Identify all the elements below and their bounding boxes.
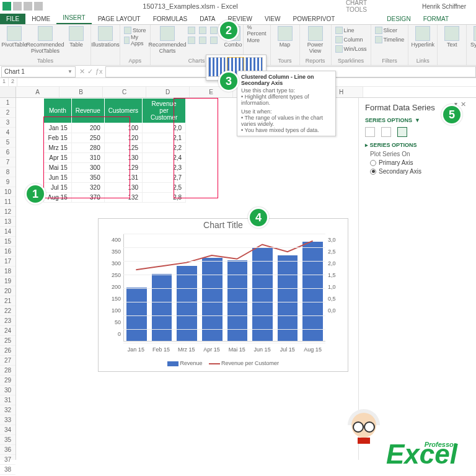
- cell[interactable]: 300: [71, 163, 104, 173]
- cell[interactable]: 131: [104, 173, 142, 183]
- col-header[interactable]: C: [103, 87, 146, 97]
- map-button[interactable]: Map: [275, 26, 296, 48]
- row-header[interactable]: 37: [0, 455, 15, 465]
- row-header[interactable]: 9: [0, 177, 15, 187]
- close-icon[interactable]: ✕: [461, 100, 466, 108]
- fx-icon[interactable]: ƒx: [95, 68, 103, 76]
- slicer-button[interactable]: Slicer: [375, 26, 398, 35]
- symbols-button[interactable]: Symbols: [470, 26, 476, 48]
- row-header[interactable]: 35: [0, 435, 15, 445]
- col-header[interactable]: D: [146, 87, 190, 97]
- th-rev-per-cust[interactable]: Revenue per Customer: [143, 99, 186, 123]
- redo-icon[interactable]: [34, 2, 43, 11]
- row-header[interactable]: 6: [0, 148, 15, 157]
- cell[interactable]: Jan 15: [44, 123, 72, 133]
- cell[interactable]: 2,4: [143, 153, 186, 163]
- cell[interactable]: 2,3: [143, 163, 186, 173]
- outline-level-1[interactable]: 1: [0, 78, 9, 86]
- tab-pagelayout[interactable]: PAGE LAYOUT: [92, 14, 147, 24]
- row-header[interactable]: 34: [0, 425, 15, 435]
- chart-type-icon[interactable]: [188, 36, 198, 45]
- chart-type-icon[interactable]: [199, 26, 209, 35]
- row-header[interactable]: 30: [0, 386, 15, 395]
- tab-formulas[interactable]: FORMULAS: [147, 14, 194, 24]
- cell[interactable]: 2,0: [143, 123, 186, 133]
- table-row[interactable]: Jun 153501312,7: [44, 173, 186, 183]
- row-header[interactable]: 31: [0, 395, 15, 405]
- table-row[interactable]: Jan 152001002,0: [44, 123, 186, 133]
- chevron-down-icon[interactable]: ▼: [68, 69, 73, 74]
- cell[interactable]: 2,7: [143, 173, 186, 183]
- cell[interactable]: 120: [104, 133, 142, 143]
- row-header[interactable]: 29: [0, 376, 15, 386]
- row-header[interactable]: 13: [0, 217, 15, 227]
- legend-revenue[interactable]: Revenue: [180, 360, 202, 366]
- cell[interactable]: 320: [71, 183, 104, 193]
- tab-powerpivot[interactable]: POWERPIVOT: [286, 14, 341, 24]
- undo-icon[interactable]: [24, 2, 32, 11]
- cell[interactable]: 250: [71, 133, 104, 143]
- timeline-button[interactable]: Timeline: [375, 35, 405, 44]
- row-header[interactable]: 26: [0, 346, 15, 356]
- row-header[interactable]: 19: [0, 276, 15, 286]
- cell[interactable]: 100: [104, 123, 142, 133]
- table-row[interactable]: Mrz 152801252,2: [44, 143, 186, 153]
- col-header[interactable]: A: [16, 87, 60, 97]
- cell[interactable]: Feb 15: [44, 133, 72, 143]
- cell[interactable]: 130: [104, 153, 142, 163]
- row-header[interactable]: 16: [0, 247, 15, 257]
- pivottable-button[interactable]: PivotTable: [4, 26, 25, 48]
- cancel-icon[interactable]: ✕: [79, 68, 85, 76]
- row-header[interactable]: 24: [0, 326, 15, 336]
- cell[interactable]: 2,2: [143, 143, 186, 153]
- row-header[interactable]: 1: [0, 98, 15, 108]
- row-header[interactable]: 11: [0, 197, 15, 207]
- cell[interactable]: 2,1: [143, 133, 186, 143]
- data-table[interactable]: Month Revenue Customers Revenue per Cust…: [43, 98, 186, 203]
- tab-view[interactable]: VIEW: [258, 14, 287, 24]
- cell[interactable]: Mai 15: [44, 163, 72, 173]
- th-customers[interactable]: Customers: [104, 99, 142, 123]
- series-options-section[interactable]: ▸ SERIES OPTIONS: [365, 142, 464, 148]
- chart-legend[interactable]: Revenue Revenue per Customer: [99, 360, 348, 366]
- save-icon[interactable]: [13, 2, 22, 11]
- row-header[interactable]: 17: [0, 257, 15, 267]
- row-header[interactable]: 5: [0, 138, 15, 148]
- row-header[interactable]: 14: [0, 227, 15, 237]
- cell[interactable]: 280: [71, 143, 104, 153]
- cell[interactable]: 125: [104, 143, 142, 153]
- cell[interactable]: 130: [104, 183, 142, 193]
- row-header[interactable]: 32: [0, 405, 15, 415]
- row-header[interactable]: 27: [0, 356, 15, 366]
- row-header[interactable]: 12: [0, 207, 15, 217]
- tab-data[interactable]: DATA: [193, 14, 221, 24]
- hyperlink-button[interactable]: Hyperlink: [412, 26, 433, 48]
- sparkline-line-button[interactable]: Line: [335, 26, 355, 35]
- row-header[interactable]: 20: [0, 286, 15, 296]
- cell[interactable]: 350: [71, 173, 104, 183]
- cell[interactable]: 132: [104, 193, 142, 203]
- powerview-button[interactable]: Power View: [304, 26, 327, 54]
- more-button[interactable]: More: [247, 36, 260, 45]
- row-header[interactable]: 38: [0, 465, 15, 475]
- plot-area[interactable]: [123, 234, 325, 342]
- tab-insert[interactable]: INSERT: [56, 12, 92, 24]
- chart-type-icon[interactable]: [188, 26, 198, 35]
- text-button[interactable]: Text: [441, 26, 462, 48]
- cell[interactable]: 2,5: [143, 183, 186, 193]
- select-all-cell[interactable]: [0, 87, 16, 97]
- th-revenue[interactable]: Revenue: [71, 99, 104, 123]
- legend-rev-per-cust[interactable]: Revenue per Customer: [221, 360, 279, 366]
- sparkline-column-button[interactable]: Column: [335, 35, 363, 44]
- cell[interactable]: 310: [71, 153, 104, 163]
- row-header[interactable]: 28: [0, 366, 15, 376]
- embedded-chart[interactable]: Chart Title 400350300250200150100500 3,0…: [98, 218, 348, 372]
- cell[interactable]: Jul 15: [44, 183, 72, 193]
- radio-primary-axis[interactable]: Primary Axis: [370, 159, 464, 166]
- radio-secondary-axis[interactable]: Secondary Axis: [370, 168, 464, 175]
- table-row[interactable]: Apr 153101302,4: [44, 153, 186, 163]
- enter-icon[interactable]: ✓: [87, 68, 93, 76]
- row-header[interactable]: 4: [0, 128, 15, 138]
- th-month[interactable]: Month: [44, 99, 72, 123]
- cell[interactable]: Aug 15: [44, 193, 72, 203]
